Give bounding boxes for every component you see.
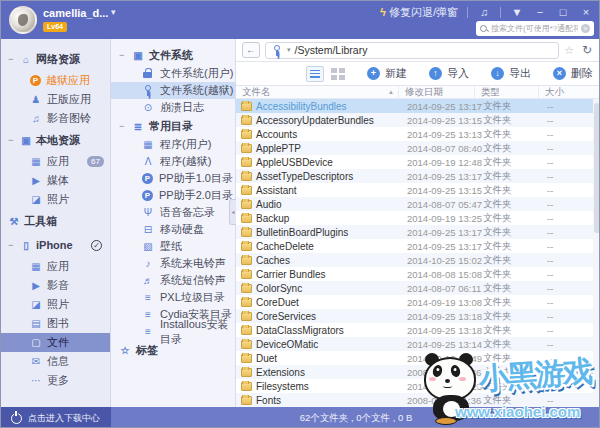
tree-item[interactable]: 移动硬盘 bbox=[111, 221, 235, 238]
refresh-icon[interactable]: ↻ bbox=[579, 43, 595, 57]
column-header-name[interactable]: 文件名 ▲ bbox=[236, 86, 399, 98]
file-row[interactable]: Caches 2014-10-25 15:02 文件夹 -- bbox=[236, 253, 600, 267]
collapse-icon[interactable]: − bbox=[119, 121, 127, 131]
sidebar-item[interactable]: − iPhone ✓ bbox=[1, 233, 110, 257]
file-row[interactable]: ColorSync 2014-08-07 06:11 文件夹 -- bbox=[236, 281, 600, 295]
sidebar-item[interactable]: 更多 bbox=[1, 371, 110, 390]
check-circle-icon[interactable]: ✓ bbox=[91, 240, 102, 251]
sidebar-item[interactable]: − 网络资源 bbox=[1, 47, 110, 71]
tree-item[interactable]: − 常用目录 bbox=[111, 116, 235, 136]
search-clear-icon[interactable]: × bbox=[581, 24, 590, 33]
file-row[interactable]: AccessibilityBundles 2014-09-25 13:17 文件… bbox=[236, 99, 600, 113]
skin-menu-icon[interactable]: ▼ bbox=[510, 6, 524, 18]
file-rows: AccessibilityBundles 2014-09-25 13:17 文件… bbox=[236, 99, 600, 407]
toolbar-button[interactable]: 删除 bbox=[553, 66, 593, 81]
panel-collapse-handle[interactable]: ◂ bbox=[229, 199, 236, 225]
search-box[interactable]: × bbox=[476, 21, 594, 36]
file-row[interactable]: Accounts 2014-09-25 13:13 文件夹 -- bbox=[236, 127, 600, 141]
sidebar-item[interactable]: 正版应用 bbox=[1, 90, 110, 109]
toolbar-button-icon bbox=[491, 67, 504, 80]
list-view-button[interactable] bbox=[306, 66, 324, 82]
close-button[interactable]: × bbox=[579, 6, 593, 18]
tree-item[interactable]: 语音备忘录 bbox=[111, 204, 235, 221]
folder-icon bbox=[241, 270, 252, 279]
tree-item[interactable]: − 文件系统 bbox=[111, 45, 235, 65]
file-row[interactable]: AssetTypeDescriptors 2014-09-25 13:17 文件… bbox=[236, 169, 600, 183]
file-name: Accounts bbox=[256, 129, 297, 140]
sidebar-item[interactable]: 照片 bbox=[1, 295, 110, 314]
file-row[interactable]: AppleUSBDevice 2014-09-19 12:48 文件夹 -- bbox=[236, 155, 600, 169]
sidebar-item[interactable]: 媒体 bbox=[1, 171, 110, 190]
sidebar-item[interactable]: 文件 bbox=[1, 333, 110, 352]
sidebar-item[interactable]: 影音图铃 bbox=[1, 109, 110, 128]
file-row[interactable]: Fonts 2008-01-01 11:36 文件夹 -- bbox=[236, 393, 600, 407]
user-dropdown-caret-icon[interactable]: ▾ bbox=[111, 7, 116, 17]
maximize-button[interactable]: □ bbox=[556, 6, 570, 18]
file-row[interactable]: CoreServices 2014-09-25 13:18 文件夹 -- bbox=[236, 309, 600, 323]
sidebar-item[interactable]: 信息 bbox=[1, 352, 110, 371]
address-dropdown-caret-icon[interactable]: ▾ bbox=[287, 46, 291, 54]
sidebar-item[interactable]: 越狱应用 bbox=[1, 71, 110, 90]
ringtone-icon[interactable]: ♫ bbox=[477, 6, 491, 18]
file-row[interactable]: CoreDuet 2014-09-19 13:08 文件夹 -- bbox=[236, 295, 600, 309]
tree-item[interactable]: PP助手1.0目录 bbox=[111, 170, 235, 187]
tree-item[interactable]: 程序(越狱) bbox=[111, 153, 235, 170]
file-row[interactable]: Backup 2014-09-19 13:25 文件夹 -- bbox=[236, 211, 600, 225]
tree-item[interactable]: 壁纸 bbox=[111, 238, 235, 255]
file-row[interactable]: ApplePTP 2014-08-07 08:40 文件夹 -- bbox=[236, 141, 600, 155]
sidebar-item[interactable]: 应用 67 bbox=[1, 152, 110, 171]
tree-item[interactable]: 文件系统(用户) bbox=[111, 65, 235, 82]
scrollbar-thumb[interactable] bbox=[594, 103, 600, 233]
file-row[interactable]: CacheDelete 2014-09-25 13:17 文件夹 -- bbox=[236, 239, 600, 253]
sidebar-item[interactable]: 工具箱 bbox=[1, 209, 110, 233]
tree-item[interactable]: PXL垃圾目录 bbox=[111, 289, 235, 306]
fix-crash-button[interactable]: ϟ 修复闪退/弹窗 bbox=[380, 5, 458, 20]
file-row[interactable]: AccessoryUpdaterBundles 2014-09-25 13:15… bbox=[236, 113, 600, 127]
file-row[interactable]: Duet 2014-09-19 13:49 文件夹 -- bbox=[236, 351, 600, 365]
address-field[interactable]: ▾ /System/Library bbox=[265, 42, 559, 59]
toolbar-button[interactable]: 新建 bbox=[367, 66, 407, 81]
tree-item[interactable]: 文件系统(越狱) bbox=[111, 82, 235, 99]
grid-view-button[interactable] bbox=[331, 68, 345, 80]
sidebar-item[interactable]: 应用 bbox=[1, 257, 110, 276]
file-type: 文件夹 bbox=[483, 366, 547, 379]
column-header-type[interactable]: 类型 bbox=[475, 86, 539, 98]
column-header-size[interactable]: 大小 bbox=[539, 86, 600, 98]
sidebar-item[interactable]: 图书 bbox=[1, 314, 110, 333]
minimize-button[interactable]: − bbox=[533, 6, 547, 18]
tree-item[interactable]: PP助手2.0目录 bbox=[111, 187, 235, 204]
file-row[interactable]: Filesystems 2014-09-19 13:25 文件夹 -- bbox=[236, 379, 600, 393]
collapse-icon[interactable]: − bbox=[8, 54, 16, 64]
file-row[interactable]: BulletinBoardPlugins 2014-09-25 13:17 文件… bbox=[236, 225, 600, 239]
tree-item[interactable]: Installous安装目录 bbox=[111, 323, 235, 340]
file-row[interactable]: Carrier Bundles 2014-08-08 15:08 文件夹 -- bbox=[236, 267, 600, 281]
back-button[interactable]: ← bbox=[242, 42, 260, 58]
toolbar-button-label: 导出 bbox=[509, 66, 531, 81]
collapse-icon[interactable]: − bbox=[8, 135, 16, 145]
sidebar-item[interactable]: 照片 bbox=[1, 190, 110, 209]
file-name-cell: Carrier Bundles bbox=[236, 269, 407, 280]
file-row[interactable]: Audio 2014-08-07 05:47 文件夹 -- bbox=[236, 197, 600, 211]
file-row[interactable]: Extensions 2008-01-01 11:36 文件夹 -- bbox=[236, 365, 600, 379]
toolbar-button[interactable]: 导出 bbox=[491, 66, 531, 81]
sidebar-item[interactable]: 影音 bbox=[1, 276, 110, 295]
file-row[interactable]: Assistant 2014-09-25 13:15 文件夹 -- bbox=[236, 183, 600, 197]
toolbar-button[interactable]: 导入 bbox=[429, 66, 469, 81]
tree-item[interactable]: 系统短信铃声 bbox=[111, 272, 235, 289]
column-header-date[interactable]: 修改日期 bbox=[399, 86, 475, 98]
collapse-icon[interactable]: − bbox=[119, 50, 127, 60]
file-row[interactable]: DataClassMigrators 2014-09-25 13:18 文件夹 … bbox=[236, 323, 600, 337]
download-center-bar[interactable]: 点击进入下载中心 bbox=[1, 407, 111, 428]
address-path[interactable]: /System/Library bbox=[295, 44, 554, 56]
tree-item[interactable]: 程序(用户) bbox=[111, 136, 235, 153]
favorite-star-icon[interactable]: ☆ bbox=[564, 44, 574, 57]
sidebar-item[interactable]: − 本地资源 bbox=[1, 128, 110, 152]
vertical-scrollbar[interactable] bbox=[593, 99, 600, 407]
tree-item[interactable]: 系统来电铃声 bbox=[111, 255, 235, 272]
tree-item[interactable]: 崩溃日志 bbox=[111, 99, 235, 116]
search-input[interactable] bbox=[491, 24, 578, 33]
username[interactable]: camellia_d... bbox=[43, 7, 108, 19]
file-row[interactable]: DeviceOMatic 2014-09-25 13:14 文件夹 -- bbox=[236, 337, 600, 351]
user-avatar[interactable] bbox=[9, 6, 37, 34]
collapse-icon[interactable]: − bbox=[8, 240, 16, 250]
